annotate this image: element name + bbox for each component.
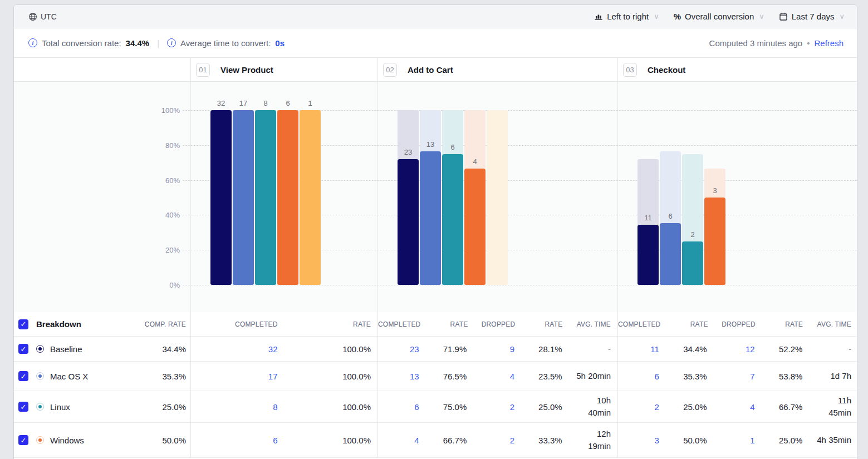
funnel-bar-completed[interactable]	[255, 110, 276, 285]
comp-rate-value: 50.0%	[162, 436, 186, 445]
funnel-bar-completed[interactable]	[637, 225, 659, 285]
funnel-bar[interactable]: 23	[398, 110, 419, 285]
comp-rate-header: COMP. RATE	[145, 320, 186, 328]
avg-time-value: 12h 19min	[575, 428, 611, 452]
funnel-bar-completed[interactable]	[398, 159, 419, 285]
funnel-bar[interactable]: 1	[300, 110, 321, 285]
funnel-bar[interactable]: 32	[210, 110, 232, 285]
avg-time-stat: i Average time to convert: 0s	[167, 38, 285, 48]
completed-link[interactable]: 4	[378, 436, 426, 445]
dropped-link[interactable]: 12	[714, 344, 762, 354]
funnel-bar-completed[interactable]	[442, 154, 463, 285]
step1-cells: 17100.0%	[190, 362, 377, 391]
completed-link[interactable]: 6	[378, 402, 426, 412]
funnel-bar-completed[interactable]	[682, 241, 703, 285]
bar-value-label: 8	[255, 99, 276, 107]
completed-link[interactable]: 2	[618, 402, 666, 412]
funnel-bar-completed[interactable]	[464, 169, 486, 285]
step1-cells: 8100.0%	[190, 391, 377, 422]
direction-dropdown[interactable]: Left to right ∨	[594, 12, 659, 21]
y-axis-label: 20%	[14, 246, 180, 254]
funnel-bar-completed[interactable]	[300, 110, 321, 285]
chevron-down-icon: ∨	[839, 12, 845, 21]
completed-link[interactable]: 32	[191, 344, 285, 354]
rate-value: 35.3%	[666, 372, 714, 381]
breakdown-checkbox[interactable]: ✓	[18, 344, 28, 354]
series-color-icon	[36, 436, 44, 444]
dropped-link[interactable]: 4	[473, 372, 521, 381]
dropped-link[interactable]: 2	[473, 436, 521, 445]
funnel-bar[interactable]: 6	[277, 110, 298, 285]
info-icon[interactable]: i	[28, 38, 37, 47]
funnel-bar-completed[interactable]	[233, 110, 254, 285]
rate-header: RATE	[285, 320, 378, 328]
funnel-bar[interactable]	[487, 110, 508, 285]
funnel-bar[interactable]: 17	[233, 110, 254, 285]
funnel-bar[interactable]: 3	[704, 110, 725, 285]
avg-time-cell: 4h 35min	[809, 434, 857, 446]
step1-cells: 6100.0%	[190, 423, 377, 457]
y-axis-label: 100%	[14, 106, 180, 115]
avg-time-value: 4h 35min	[816, 434, 851, 446]
chevron-down-icon: ∨	[759, 12, 764, 21]
step-chart-3: 11623	[617, 82, 857, 312]
refresh-link[interactable]: Refresh	[814, 38, 844, 48]
completed-header: COMPLETED	[378, 320, 427, 328]
avg-time-value: -	[816, 343, 851, 355]
comp-rate-value: 25.0%	[162, 402, 186, 412]
dropped-link[interactable]: 9	[473, 344, 521, 354]
completed-link[interactable]: 11	[618, 344, 666, 354]
completed-link[interactable]: 13	[378, 372, 426, 381]
funnel-bar[interactable]: 6	[442, 110, 463, 285]
rate-value: 34.4%	[666, 344, 714, 354]
funnel-bar-completed[interactable]	[277, 110, 298, 285]
funnel-bar[interactable]: 8	[255, 110, 276, 285]
completed-link[interactable]: 6	[618, 372, 666, 381]
funnel-bar-completed[interactable]	[420, 151, 441, 285]
avg-time-value: 10h 40min	[575, 394, 611, 419]
dropped-link[interactable]: 1	[714, 436, 762, 445]
completed-link[interactable]: 3	[618, 436, 666, 445]
rate-header: RATE	[522, 320, 569, 328]
date-range-dropdown[interactable]: Last 7 days ∨	[779, 12, 845, 21]
timezone-button[interactable]: UTC	[28, 12, 57, 21]
breakdown-label: Baseline	[50, 344, 82, 354]
percent-icon: %	[674, 12, 681, 21]
computed-timestamp: Computed 3 minutes ago	[709, 38, 803, 48]
funnel-bar[interactable]: 11	[637, 110, 659, 285]
completed-link[interactable]: 23	[378, 344, 426, 354]
step-title: View Product	[220, 65, 273, 75]
breakdown-checkbox[interactable]: ✓	[18, 435, 28, 445]
breakdown-checkbox[interactable]: ✓	[18, 371, 28, 381]
funnel-bar[interactable]	[727, 110, 748, 285]
funnel-bar[interactable]: 4	[464, 110, 486, 285]
funnel-bar-dropoff	[487, 110, 508, 285]
funnel-bar-completed[interactable]	[704, 198, 725, 285]
chevron-down-icon: ∨	[654, 12, 659, 21]
series-color-icon	[36, 345, 44, 353]
insight-card: UTC Left to right ∨ % Overall conversion…	[13, 4, 857, 459]
dropped-link[interactable]: 7	[714, 372, 762, 381]
breakdown-checkbox[interactable]: ✓	[18, 402, 28, 412]
drop-rate-value: 33.3%	[521, 436, 569, 445]
drop-rate-value: 25.0%	[521, 402, 569, 412]
series-color-icon	[36, 403, 44, 411]
metric-dropdown[interactable]: % Overall conversion ∨	[674, 12, 764, 21]
funnel-bar-completed[interactable]	[210, 110, 232, 285]
select-all-checkbox[interactable]: ✓	[18, 319, 28, 329]
dropped-link[interactable]: 2	[473, 402, 521, 412]
drop-rate-value: 28.1%	[521, 344, 569, 354]
rate-value: 100.0%	[285, 372, 378, 381]
funnel-bar[interactable]: 2	[682, 110, 703, 285]
completed-link[interactable]: 6	[191, 436, 285, 445]
avg-time-cell: -	[809, 343, 857, 355]
dropped-link[interactable]: 4	[714, 402, 762, 412]
funnel-bar-completed[interactable]	[660, 223, 681, 285]
funnel-bar[interactable]: 13	[420, 110, 441, 285]
breakdown-label: Mac OS X	[50, 372, 88, 381]
info-icon[interactable]: i	[167, 38, 176, 47]
funnel-bar[interactable]: 6	[660, 110, 681, 285]
completed-link[interactable]: 8	[191, 402, 285, 412]
table-header-row: ✓ Breakdown COMP. RATE COMPLETED RATE CO…	[14, 312, 857, 337]
completed-link[interactable]: 17	[191, 372, 285, 381]
